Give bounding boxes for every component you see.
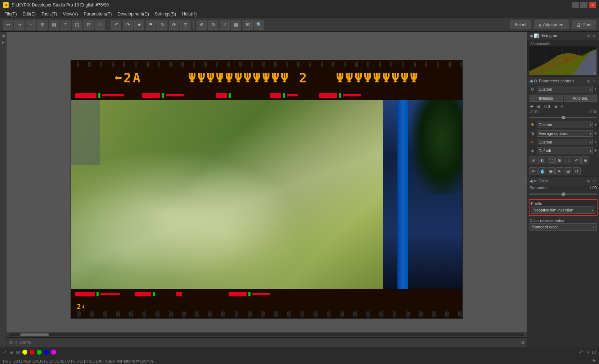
tone-plus-btn[interactable]: +: [594, 122, 597, 127]
tool-frame[interactable]: ⊞: [564, 167, 572, 175]
tool-contrast[interactable]: ◐: [538, 156, 546, 164]
zoom-fit-icon[interactable]: ⊡: [521, 340, 524, 345]
color-dot-red[interactable]: [30, 350, 35, 355]
tone-dropdown[interactable]: Custom: [537, 122, 593, 128]
color-dot-blue[interactable]: [44, 350, 49, 355]
scroll-thumb[interactable]: [20, 333, 49, 336]
bt-undo[interactable]: ↶: [579, 349, 583, 355]
color-dot-green[interactable]: [37, 350, 42, 355]
menu-parameters[interactable]: Parameters(P): [81, 11, 115, 17]
tool-rotate[interactable]: ↕: [564, 156, 572, 164]
profile-dropdown[interactable]: Negative film inversion Standard Portrai…: [531, 206, 595, 214]
toolbar-warning[interactable]: ⚠: [95, 20, 105, 30]
tool-brush[interactable]: ✏: [530, 167, 537, 175]
maximize-button[interactable]: □: [580, 2, 587, 8]
print-button[interactable]: 🖨 Print: [572, 21, 596, 29]
histogram-expand[interactable]: ⊞: [586, 33, 591, 38]
toolbar-undo[interactable]: ↶: [111, 20, 121, 30]
sharpness-plus-btn[interactable]: +: [594, 148, 597, 153]
menu-development[interactable]: Development(D): [115, 11, 152, 17]
toolbar-batch[interactable]: ▦: [231, 20, 241, 30]
tool-dropper[interactable]: 💧: [538, 167, 546, 175]
contrast-plus-btn[interactable]: +: [594, 131, 597, 136]
histogram-close[interactable]: ✕: [592, 33, 597, 38]
params-expand-btn[interactable]: ⊞: [586, 78, 591, 83]
status-right: ⚑: [593, 359, 596, 363]
color-dot-magenta[interactable]: [51, 350, 56, 355]
left-panel-arrow[interactable]: ▶: [1, 40, 6, 45]
toolbar-send[interactable]: ✉: [243, 20, 253, 30]
toolbar-paste[interactable]: ⊖: [208, 20, 218, 30]
toolbar-fwd[interactable]: ↪: [14, 20, 24, 30]
tool-eye[interactable]: ◉: [547, 167, 555, 175]
toolbar-redo[interactable]: ↷: [123, 20, 133, 30]
preset-plus-btn[interactable]: +: [594, 87, 597, 92]
bt-icon-1[interactable]: ⊞: [9, 349, 14, 355]
toolbar-tag[interactable]: ✎: [157, 20, 167, 30]
menu-tools[interactable]: Tools(T): [39, 11, 60, 17]
color-close-btn[interactable]: ✕: [592, 178, 597, 183]
bt-icon-2[interactable]: ✉: [16, 349, 20, 355]
sharpness-dropdown[interactable]: Default: [537, 147, 593, 154]
close-button[interactable]: ✕: [589, 2, 596, 8]
tool-sun[interactable]: ☀: [530, 156, 537, 164]
menu-settings[interactable]: Settings(S): [152, 11, 179, 17]
toolbar-flag[interactable]: ⚑: [146, 20, 156, 30]
canvas-area[interactable]: ⬅2A ΨΨΨΨΨΨΨΨΨΨΨ 2 ΨΨΨΨΨΨΨΨΨ: [6, 32, 527, 347]
toolbar-list[interactable]: ▤: [49, 20, 59, 30]
toolbar-compare[interactable]: ⊟: [84, 20, 94, 30]
initialize-button[interactable]: Initialize: [530, 95, 563, 102]
color-expand-btn[interactable]: ⊞: [586, 178, 591, 183]
toolbar-rotate[interactable]: ⟳: [169, 20, 179, 30]
params-header[interactable]: ◀ ⚙ Parameters controls ⊞ ✕: [527, 77, 599, 85]
auto-adj-button[interactable]: Auto adj.: [564, 95, 597, 102]
exposure-slider[interactable]: [530, 117, 597, 118]
toolbar-crop[interactable]: ⊡: [180, 20, 190, 30]
toolbar-back[interactable]: ↩: [3, 20, 13, 30]
tool-circle[interactable]: ◯: [547, 156, 555, 164]
tool-pen[interactable]: ✒: [555, 167, 563, 175]
menu-edit[interactable]: Edit(E): [20, 11, 39, 17]
tool-reset[interactable]: ↺: [573, 167, 581, 175]
toolbar-star[interactable]: ★: [134, 20, 144, 30]
menu-file[interactable]: File(F): [1, 11, 20, 17]
exposure-next[interactable]: ▶: [554, 104, 559, 109]
color-dot-yellow[interactable]: [22, 350, 27, 355]
sprocket-hole: [309, 62, 311, 67]
minimize-button[interactable]: ─: [572, 2, 579, 8]
toolbar-export[interactable]: ↗: [220, 20, 230, 30]
contrast-dropdown[interactable]: Average contrast: [537, 130, 593, 137]
exposure-prev[interactable]: ◀: [536, 104, 540, 109]
exposure-reset[interactable]: ↺: [560, 105, 563, 109]
toolbar-grid[interactable]: ⊞: [37, 20, 48, 30]
menu-help[interactable]: Help(H): [179, 11, 199, 17]
toolbar-info[interactable]: 🔍: [254, 20, 264, 30]
zoom-out-icon[interactable]: [9, 341, 13, 344]
sprocket-hole: [379, 62, 381, 67]
bt-redo[interactable]: ↷: [585, 349, 590, 355]
menu-view[interactable]: View(V): [60, 11, 81, 17]
zoom-in-icon[interactable]: [15, 341, 17, 343]
bt-more[interactable]: ⊡: [592, 349, 596, 355]
adjustment-button[interactable]: ⧖ Adjustment: [534, 21, 569, 29]
saturation-slider[interactable]: [530, 194, 597, 195]
curve-plus-btn[interactable]: +: [594, 140, 597, 145]
tool-settings2[interactable]: ⚙: [581, 156, 589, 164]
toolbar-frame[interactable]: □: [60, 20, 71, 30]
histogram-header[interactable]: ◀ 📊 Histogram ⊞ ✕: [527, 32, 599, 40]
curve-dropdown[interactable]: Custom: [537, 139, 593, 145]
left-panel-toggle[interactable]: ◀: [1, 33, 6, 38]
select-button[interactable]: Select: [510, 21, 531, 29]
toolbar-split[interactable]: ◫: [72, 20, 82, 30]
params-close-btn[interactable]: ✕: [592, 78, 597, 83]
preset-dropdown[interactable]: Custom: [537, 86, 593, 92]
tool-adjust[interactable]: ⊕: [555, 156, 563, 164]
color-rep-dropdown[interactable]: Standard color Adobe RGB sRGB ProPhoto: [530, 223, 597, 231]
sprocket-hole-bottom: [340, 311, 344, 317]
sprocket-hole-bottom: [116, 311, 120, 317]
color-header[interactable]: ◀ ✏ Color ⊞ ✕: [527, 177, 599, 185]
toolbar-home[interactable]: ⌂: [26, 20, 36, 30]
toolbar-copy[interactable]: ⊕: [197, 20, 207, 30]
tool-undo-arrow[interactable]: ↶: [573, 156, 581, 164]
sprocket-hole-bottom: [393, 311, 397, 317]
